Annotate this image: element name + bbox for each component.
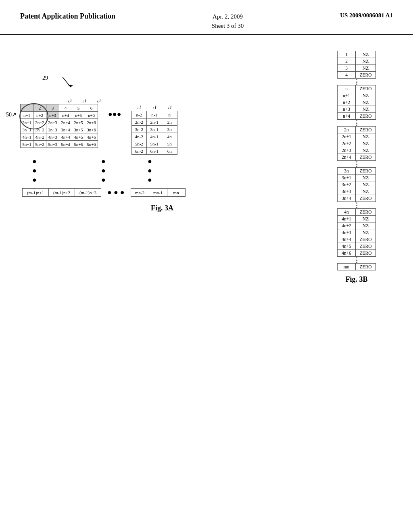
table-row: 4n+2NZ <box>338 222 376 229</box>
label-50: 50↗ <box>6 111 17 118</box>
dots-row: ⋮ <box>338 120 376 127</box>
bottom-section: (m-1)n+1 (m-1)n+2 (m-1)n+3 ●●● mn-2 mn-1… <box>22 188 304 197</box>
dots-row: ⋮ <box>338 79 376 85</box>
left-grid-wrapper: 2 3 4 5 6 n+1 n+2 n+3 n+4 <box>20 104 98 148</box>
table-row: 2NZ <box>338 58 376 65</box>
dots-row: ⋮ <box>338 202 376 209</box>
table-row: 4ZERO <box>338 72 376 79</box>
vertical-dots-row2: ● ● ● <box>24 166 304 175</box>
table-row: 3n+4ZERO <box>338 195 376 202</box>
table-row: 4n+5ZERO <box>338 243 376 250</box>
dots-row: ⋮ <box>338 161 376 168</box>
main-content: 29 ⌞i ⌞i ⌞i 50↗ <box>0 35 413 292</box>
table-row: n+3NZ <box>338 106 376 113</box>
dots-row: ⋮ <box>338 257 376 264</box>
table-row: 3NZ <box>338 65 376 72</box>
table-row: 4n+6ZERO <box>338 250 376 257</box>
fig3b-table: 1NZ 2NZ 3NZ 4ZERO ⋮ nZERO n+1NZ n+2NZ <box>337 51 376 270</box>
table-row: 2n+4ZERO <box>338 154 376 161</box>
table-row: 2nZERO <box>338 127 376 133</box>
header-center: Apr. 2, 2009 Sheet 3 of 30 <box>212 12 244 30</box>
table-row: 4n+4ZERO <box>338 236 376 243</box>
patent-number: US 2009/0086081 A1 <box>340 12 393 19</box>
vertical-dots-row3: ● ● ● <box>24 176 304 184</box>
table-row: 2n+1NZ <box>338 133 376 140</box>
i-labels-left: ⌞i ⌞i ⌞i <box>63 97 304 104</box>
table-row: n+2NZ <box>338 99 376 106</box>
left-grid-table: 2 3 4 5 6 n+1 n+2 n+3 n+4 <box>20 104 98 148</box>
fig3a-label: Fig. 3A <box>20 204 304 212</box>
table-row: n+1NZ <box>338 92 376 99</box>
table-row: mnZERO <box>338 264 376 270</box>
sheet-info: Sheet 3 of 30 <box>212 23 244 29</box>
page-header: Patent Application Publication Apr. 2, 2… <box>0 0 413 35</box>
dots-middle: ●●● <box>106 104 123 118</box>
table-row: 4n+3NZ <box>338 229 376 236</box>
table-row: 4n+1NZ <box>338 216 376 222</box>
publication-title: Patent Application Publication <box>20 12 115 21</box>
table-row: 3n+3NZ <box>338 188 376 195</box>
table-row: 3nZERO <box>338 168 376 175</box>
table-row: 3n+1NZ <box>338 175 376 181</box>
table-row: n+4ZERO <box>338 113 376 120</box>
table-row: 4nZERO <box>338 209 376 216</box>
i-labels-right: ⌞i ⌞i ⌞i <box>131 104 177 110</box>
publication-date: Apr. 2, 2009 <box>213 13 243 20</box>
right-grid-section: ⌞i ⌞i ⌞i n-2n-1n 2n-22n-12n 3n-23n-13n <box>131 104 177 155</box>
table-row: 2n+3NZ <box>338 147 376 154</box>
table-row: 3n+2NZ <box>338 181 376 188</box>
bottom-dots: ●●● <box>107 188 125 197</box>
fig3b-area: 1NZ 2NZ 3NZ 4ZERO ⋮ nZERO n+1NZ n+2NZ <box>312 51 401 284</box>
table-row: 1NZ <box>338 51 376 58</box>
table-row: 2n+2NZ <box>338 140 376 147</box>
bottom-right-table: mn-2 mn-1 mn <box>131 188 186 197</box>
fig3a-area: 29 ⌞i ⌞i ⌞i 50↗ <box>20 51 304 284</box>
right-grid-table: n-2n-1n 2n-22n-12n 3n-23n-13n 4n-24n-14n <box>131 111 177 155</box>
arrow-29 <box>36 75 77 95</box>
svg-marker-1 <box>68 85 73 87</box>
main-grids-row: 50↗ 2 3 4 5 6 <box>20 104 304 155</box>
vertical-dots-row: ● ● ● <box>24 157 304 166</box>
bottom-left-table: (m-1)n+1 (m-1)n+2 (m-1)n+3 <box>22 188 101 197</box>
fig3a-layout: 29 ⌞i ⌞i ⌞i 50↗ <box>20 51 304 212</box>
fig3b-label: Fig. 3B <box>345 275 367 284</box>
table-row: nZERO <box>338 85 376 92</box>
left-grid-section: 50↗ 2 3 4 5 6 <box>20 104 98 148</box>
